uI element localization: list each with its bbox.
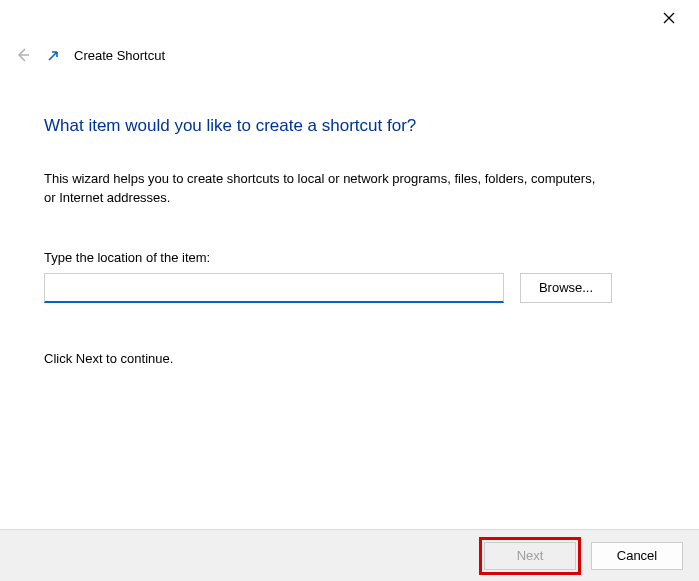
- location-input-row: Browse...: [44, 273, 655, 303]
- location-input[interactable]: [44, 273, 504, 303]
- wizard-description: This wizard helps you to create shortcut…: [44, 170, 604, 208]
- window-title: Create Shortcut: [74, 48, 165, 63]
- wizard-content: What item would you like to create a sho…: [0, 70, 699, 366]
- next-button[interactable]: Next: [484, 542, 576, 570]
- next-button-highlight: Next: [479, 537, 581, 575]
- cancel-button[interactable]: Cancel: [591, 542, 683, 570]
- page-heading: What item would you like to create a sho…: [44, 116, 655, 136]
- wizard-footer: Next Cancel: [0, 529, 699, 581]
- continue-instruction: Click Next to continue.: [44, 351, 655, 366]
- location-input-label: Type the location of the item:: [44, 250, 655, 265]
- close-button[interactable]: [651, 0, 687, 36]
- back-button[interactable]: [12, 45, 32, 65]
- shortcut-icon: [46, 49, 60, 63]
- browse-button[interactable]: Browse...: [520, 273, 612, 303]
- back-arrow-icon: [13, 46, 31, 64]
- titlebar: [0, 0, 699, 36]
- wizard-header: Create Shortcut: [0, 36, 699, 70]
- close-icon: [663, 12, 675, 24]
